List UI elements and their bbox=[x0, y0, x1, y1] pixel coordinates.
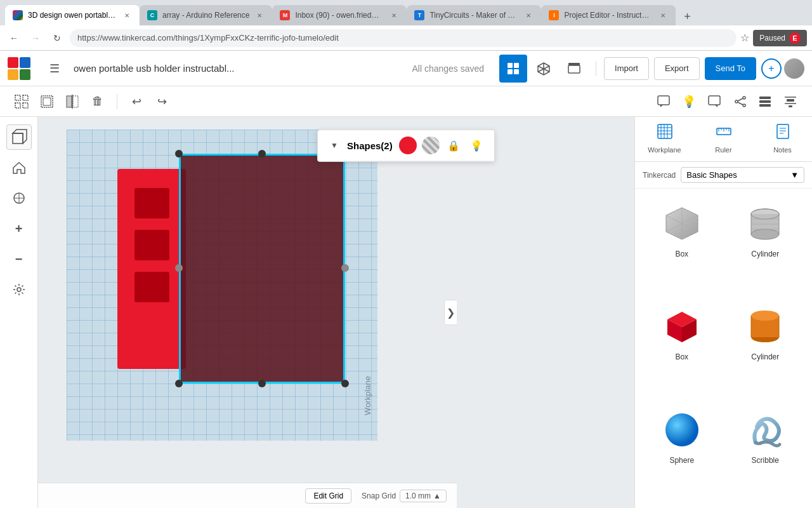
settings-button[interactable] bbox=[6, 277, 32, 302]
snap-value-selector[interactable]: 1.0 mm ▲ bbox=[400, 490, 447, 502]
forward-button[interactable]: → bbox=[27, 29, 44, 47]
handle-bc[interactable] bbox=[258, 380, 266, 387]
panel-collapse-button[interactable]: ▼ bbox=[327, 138, 342, 153]
tab-instructables[interactable]: I Project Editor - Instructables ✕ bbox=[541, 5, 676, 25]
edit-grid-button[interactable]: Edit Grid bbox=[305, 488, 351, 504]
tab-close-tinycircuits[interactable]: ✕ bbox=[523, 10, 534, 20]
new-tab-button[interactable]: + bbox=[678, 8, 696, 25]
bookmark-star-icon[interactable]: ☆ bbox=[740, 32, 749, 44]
cylinder-wire-label: Cylinder bbox=[751, 250, 779, 258]
shape-panel-toggle[interactable] bbox=[6, 124, 32, 150]
zoom-in-button[interactable]: + bbox=[6, 216, 32, 241]
light-bulb-icon[interactable]: 💡 bbox=[678, 90, 700, 113]
notes-icon-svg bbox=[775, 123, 791, 140]
shape-item-cylinder-wire[interactable]: Cylinder bbox=[724, 194, 808, 297]
svg-point-61 bbox=[751, 229, 779, 239]
flat-view-icon[interactable] bbox=[560, 55, 588, 83]
tab-close-arduino[interactable]: ✕ bbox=[254, 10, 265, 20]
color-swatch-hole[interactable] bbox=[422, 137, 440, 154]
tab-3d-design[interactable]: 3D design owen portable usb... ✕ bbox=[5, 5, 140, 25]
tab-close-3d[interactable]: ✕ bbox=[122, 10, 132, 20]
flip-button[interactable] bbox=[61, 90, 84, 113]
tab-tinycircuits[interactable]: T TinyCircuits - Maker of Tiny,... ✕ bbox=[407, 5, 541, 25]
usb-slot-1 bbox=[134, 188, 169, 218]
edit-separator bbox=[117, 94, 117, 109]
3d-view-icon[interactable] bbox=[530, 55, 558, 83]
url-input[interactable]: https://www.tinkercad.com/things/1XympFx… bbox=[70, 29, 737, 47]
lock-icon[interactable]: 🔒 bbox=[445, 137, 462, 154]
color-swatch-red[interactable] bbox=[399, 137, 417, 154]
rows-icon[interactable] bbox=[754, 90, 776, 113]
grid-view-icon[interactable] bbox=[499, 55, 527, 83]
snap-dropdown-icon: ▲ bbox=[433, 491, 441, 500]
refresh-button[interactable]: ↻ bbox=[48, 29, 66, 47]
paused-text: Paused bbox=[759, 34, 785, 43]
dropdown-chevron-icon: ▼ bbox=[790, 170, 799, 180]
dropdown-provider-label: Tinkercad bbox=[643, 171, 676, 180]
logo-cell-blue bbox=[20, 57, 30, 68]
handle-bl[interactable] bbox=[175, 380, 183, 387]
align-icon[interactable] bbox=[779, 90, 802, 113]
svg-point-21 bbox=[735, 100, 738, 103]
tab-gmail[interactable]: M Inbox (90) - owen.friedman@... ✕ bbox=[272, 5, 407, 25]
right-panel-collapse-arrow[interactable]: ❯ bbox=[444, 300, 457, 325]
shape-item-sphere[interactable]: Sphere bbox=[640, 400, 724, 503]
delete-button[interactable]: 🗑 bbox=[86, 90, 109, 113]
redo-button[interactable]: ↪ bbox=[150, 90, 173, 113]
tinkercad-logo[interactable] bbox=[8, 57, 30, 80]
undo-button[interactable]: ↩ bbox=[125, 90, 148, 113]
tab-arduino[interactable]: C array - Arduino Reference ✕ bbox=[140, 5, 272, 25]
tab-close-gmail[interactable]: ✕ bbox=[389, 10, 399, 20]
visible-icon[interactable]: 💡 bbox=[468, 137, 485, 154]
logo-grid bbox=[8, 57, 30, 80]
import-button[interactable]: Import bbox=[604, 57, 649, 80]
comment-button[interactable] bbox=[652, 90, 675, 113]
add-user-button[interactable]: + bbox=[761, 58, 782, 79]
shape-panel-header: ▼ Shapes(2) 🔒 💡 bbox=[318, 130, 494, 161]
svg-rect-30 bbox=[787, 99, 794, 102]
fit-to-screen-button[interactable] bbox=[6, 185, 32, 211]
shape-item-box-solid[interactable]: Box bbox=[640, 297, 724, 399]
tab-ruler[interactable]: Ruler bbox=[694, 117, 753, 161]
chat-bubble-icon[interactable] bbox=[703, 90, 726, 113]
home-view-button[interactable] bbox=[6, 155, 32, 180]
shape-item-scribble[interactable]: Scribble bbox=[724, 400, 808, 503]
tab-favicon-3d bbox=[13, 10, 23, 20]
handle-tc[interactable] bbox=[258, 150, 266, 157]
category-dropdown[interactable]: Basic Shapes ▼ bbox=[681, 167, 804, 183]
ungroup-button[interactable] bbox=[36, 90, 58, 113]
fit-icon bbox=[12, 191, 26, 205]
tab-close-instructables[interactable]: ✕ bbox=[658, 10, 668, 20]
handle-ml[interactable] bbox=[175, 264, 183, 272]
main-box-selected[interactable] bbox=[179, 154, 345, 384]
ungroup-icon bbox=[40, 95, 54, 109]
handle-tl[interactable] bbox=[175, 150, 183, 157]
user-avatar[interactable] bbox=[784, 58, 804, 79]
svg-rect-8 bbox=[568, 65, 580, 73]
shape-item-box-wire[interactable]: Box bbox=[640, 194, 724, 297]
workplane-tab-icon bbox=[657, 123, 673, 144]
share-svg bbox=[733, 95, 747, 109]
send-to-button[interactable]: Send To bbox=[705, 57, 756, 80]
menu-list-icon[interactable]: ☰ bbox=[41, 55, 69, 83]
svg-rect-20 bbox=[709, 96, 720, 105]
canvas-area[interactable]: Workplane bbox=[38, 117, 634, 508]
svg-rect-27 bbox=[759, 100, 771, 103]
rows-svg bbox=[758, 95, 772, 109]
paused-badge[interactable]: Paused E bbox=[753, 30, 807, 46]
tab-notes[interactable]: Notes bbox=[753, 117, 812, 161]
back-button[interactable]: ← bbox=[5, 29, 23, 47]
tab-workplane[interactable]: Workplane bbox=[635, 117, 694, 161]
zoom-out-button[interactable]: − bbox=[6, 246, 32, 272]
shape-item-cylinder-solid[interactable]: Cylinder bbox=[724, 297, 808, 399]
tab-favicon-arduino: C bbox=[147, 10, 157, 20]
tab-title-tinycircuits: TinyCircuits - Maker of Tiny,... bbox=[429, 11, 518, 20]
cylinder-solid-icon bbox=[743, 304, 787, 349]
handle-br[interactable] bbox=[341, 380, 349, 387]
handle-mr[interactable] bbox=[341, 264, 349, 272]
group-button[interactable] bbox=[10, 90, 33, 113]
share-icon[interactable] bbox=[728, 90, 751, 113]
export-button[interactable]: Export bbox=[654, 57, 700, 80]
notes-tab-icon bbox=[775, 123, 791, 144]
project-name: owen portable usb holder instructabl... bbox=[74, 63, 407, 74]
